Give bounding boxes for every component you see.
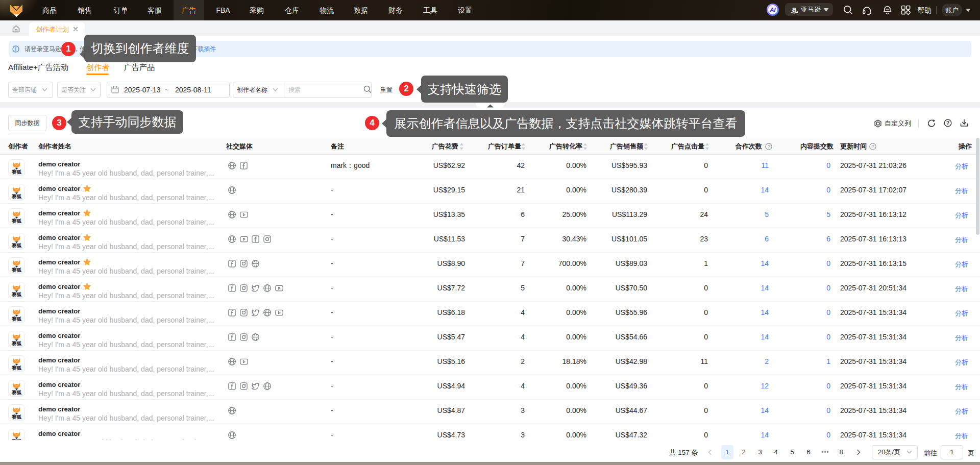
- svg-text:?: ?: [872, 144, 874, 149]
- svg-text:a: a: [792, 5, 797, 13]
- svg-text:AI: AI: [769, 7, 776, 13]
- svg-text:?: ?: [946, 120, 949, 126]
- svg-text:?: ?: [768, 144, 770, 149]
